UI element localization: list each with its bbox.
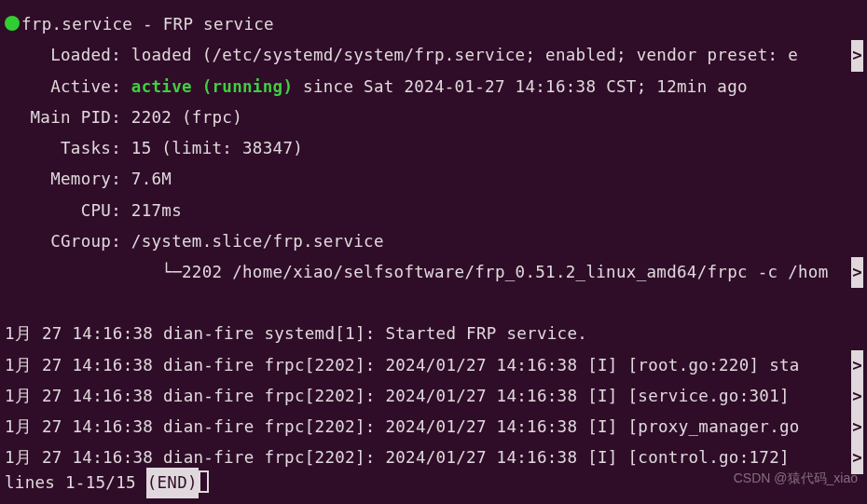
log-prefix: 1月 27 14:16:38 dian-fire <box>5 324 264 343</box>
active-row: Active: active (running) since Sat 2024-… <box>5 72 862 102</box>
log-prefix: 1月 27 14:16:38 dian-fire <box>5 417 264 436</box>
unit-name: frp.service <box>21 15 132 34</box>
pager-status[interactable]: lines 1-15/15 (END) <box>5 468 209 498</box>
pager-end: (END) <box>146 468 199 498</box>
mainpid-row: Main PID: 2202 (frpc) <box>5 102 862 133</box>
cpu-value: 217ms <box>131 201 182 220</box>
log-source: frpc[2202]: <box>264 448 375 467</box>
memory-value: 7.6M <box>131 170 172 188</box>
cgroup-process-row: └─2202 /home/xiao/selfsoftware/frp_0.51.… <box>5 257 862 288</box>
mainpid-label: Main PID: <box>5 102 121 133</box>
cursor-icon <box>199 470 209 493</box>
tasks-row: Tasks: 15 (limit: 38347) <box>5 133 862 164</box>
cgroup-process: 2202 /home/xiao/selfsoftware/frp_0.51.2_… <box>182 263 829 281</box>
continuation-icon: > <box>851 40 863 71</box>
log-message: 2024/01/27 14:16:38 [I] [root.go:220] st… <box>376 356 800 375</box>
cpu-label: CPU: <box>5 196 121 226</box>
tasks-value: 15 (limit: 38347) <box>131 139 303 157</box>
log-source: frpc[2202]: <box>264 387 375 405</box>
tasks-label: Tasks: <box>5 133 121 164</box>
continuation-icon: > <box>851 412 863 443</box>
journal-log: 1月 27 14:16:38 dian-fire systemd[1]: Sta… <box>5 319 862 473</box>
active-label: Active: <box>5 72 121 102</box>
cpu-row: CPU: 217ms <box>5 196 862 226</box>
memory-row: Memory: 7.6M <box>5 164 862 195</box>
log-message: 2024/01/27 14:16:38 [I] [proxy_manager.g… <box>376 417 800 436</box>
watermark: CSDN @猿代码_xiao <box>734 466 858 491</box>
log-message: 2024/01/27 14:16:38 [I] [service.go:301] <box>376 387 800 405</box>
log-message: 2024/01/27 14:16:38 [I] [control.go:172] <box>376 448 800 467</box>
log-line: 1月 27 14:16:38 dian-fire frpc[2202]: 202… <box>5 381 862 412</box>
log-source: systemd[1]: <box>264 324 375 343</box>
log-message: Started FRP service. <box>376 324 588 343</box>
status-dot-icon <box>5 16 20 31</box>
loaded-value: loaded (/etc/systemd/system/frp.service;… <box>131 46 798 64</box>
active-state: active (running) <box>131 77 293 96</box>
pager-lines: lines 1-15/15 <box>5 473 146 492</box>
continuation-icon: > <box>851 350 863 381</box>
continuation-icon: > <box>851 381 863 412</box>
log-line: 1月 27 14:16:38 dian-fire frpc[2202]: 202… <box>5 412 862 443</box>
log-source: frpc[2202]: <box>264 417 375 436</box>
log-line: 1月 27 14:16:38 dian-fire frpc[2202]: 202… <box>5 350 862 381</box>
tree-branch-icon: └─ <box>161 257 182 288</box>
loaded-label: Loaded: <box>5 40 121 71</box>
active-since: since Sat 2024-01-27 14:16:38 CST; 12min… <box>293 77 748 96</box>
cgroup-label: CGroup: <box>5 226 121 257</box>
log-source: frpc[2202]: <box>264 356 375 375</box>
loaded-row: Loaded: loaded (/etc/systemd/system/frp.… <box>5 40 862 71</box>
unit-header: frp.service - FRP service <box>5 9 862 40</box>
memory-label: Memory: <box>5 164 121 195</box>
log-prefix: 1月 27 14:16:38 dian-fire <box>5 387 264 405</box>
log-line: 1月 27 14:16:38 dian-fire systemd[1]: Sta… <box>5 319 862 349</box>
continuation-icon: > <box>851 257 863 288</box>
cgroup-row: CGroup: /system.slice/frp.service <box>5 226 862 257</box>
unit-description: FRP service <box>163 15 274 34</box>
blank-line <box>5 288 862 319</box>
log-prefix: 1月 27 14:16:38 dian-fire <box>5 448 264 467</box>
log-prefix: 1月 27 14:16:38 dian-fire <box>5 356 264 375</box>
mainpid-value: 2202 (frpc) <box>131 108 242 127</box>
cgroup-value: /system.slice/frp.service <box>131 232 384 251</box>
